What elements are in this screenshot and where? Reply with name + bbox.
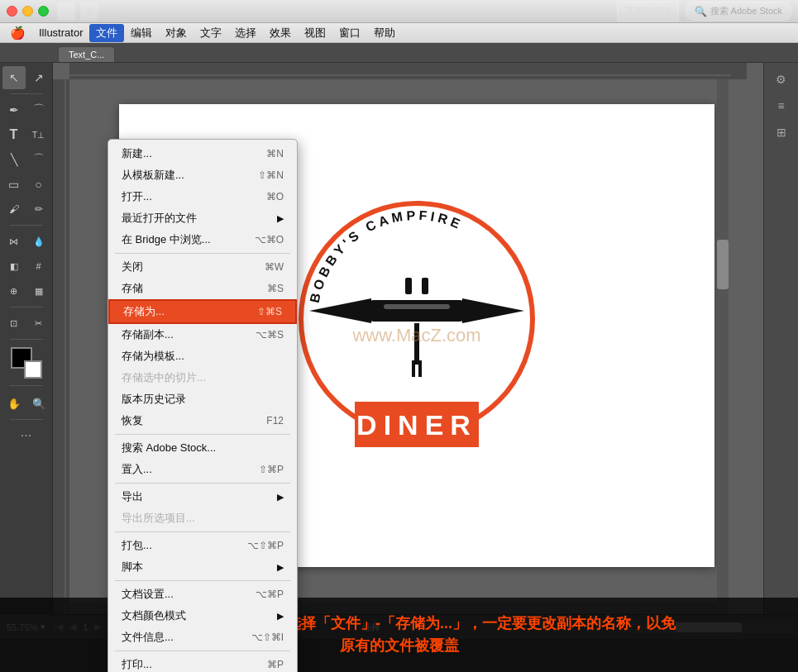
right-panel: ⚙ ≡ ⊞ bbox=[763, 63, 798, 614]
svg-rect-15 bbox=[418, 360, 422, 377]
menu-item-text[interactable]: 文字 bbox=[194, 24, 228, 42]
menu-scripts-arrow: ▶ bbox=[269, 562, 284, 573]
main-content: ↖ ↗ ✒ ⌒ T T⊥ ╲ ⌒ ▭ ○ 🖌 ✏ ⋈ 💧 ◧ bbox=[0, 63, 798, 614]
menu-close[interactable]: 关闭 ⌘W bbox=[108, 256, 297, 278]
curvature-tool[interactable]: ⌒ bbox=[27, 98, 50, 122]
menu-file-info[interactable]: 文件信息... ⌥⇧⌘I bbox=[108, 627, 297, 648]
minimize-button[interactable] bbox=[22, 6, 33, 17]
ruler-left bbox=[53, 79, 69, 614]
menu-new[interactable]: 新建... ⌘N bbox=[108, 143, 297, 164]
direct-select-tool[interactable]: ↗ bbox=[27, 66, 50, 89]
menu-doc-setup[interactable]: 文档设置... ⌥⌘P bbox=[108, 584, 297, 605]
close-button[interactable] bbox=[7, 6, 17, 17]
vertical-type-tool[interactable]: T⊥ bbox=[27, 123, 50, 146]
menu-item-select[interactable]: 选择 bbox=[228, 24, 263, 42]
more-tools-button[interactable]: ··· bbox=[15, 424, 38, 447]
mesh-tool[interactable]: # bbox=[27, 255, 50, 278]
color-selector[interactable] bbox=[11, 347, 42, 379]
menu-browse-bridge-label: 在 Bridge 中浏览... bbox=[122, 232, 211, 247]
menu-bar: 🍎 Illustrator 文件 编辑 对象 文字 选择 效果 视图 窗口 帮助 bbox=[0, 23, 798, 43]
left-toolbar: ↖ ↗ ✒ ⌒ T T⊥ ╲ ⌒ ▭ ○ 🖌 ✏ ⋈ 💧 ◧ bbox=[0, 63, 53, 614]
menu-color-mode-arrow: ▶ bbox=[269, 611, 284, 622]
svg-text:DINER: DINER bbox=[356, 409, 477, 441]
workspace-label: 基本功能 bbox=[624, 4, 664, 18]
menu-sep-6 bbox=[115, 651, 290, 651]
chart-tool[interactable]: ▦ bbox=[27, 279, 50, 303]
menu-open[interactable]: 打开... ⌘O bbox=[108, 186, 297, 207]
slice-tool[interactable]: ✂ bbox=[27, 312, 50, 335]
properties-button[interactable]: ⚙ bbox=[770, 68, 793, 91]
menu-doc-setup-shortcut: ⌥⌘P bbox=[256, 589, 284, 600]
fullscreen-button[interactable] bbox=[38, 6, 49, 17]
traffic-lights[interactable] bbox=[7, 6, 49, 17]
menu-save-slices: 存储选中的切片... bbox=[108, 367, 297, 388]
menu-item-help[interactable]: 帮助 bbox=[367, 24, 402, 42]
menu-scripts-label: 脚本 bbox=[122, 560, 143, 574]
menu-save-copy[interactable]: 存储副本... ⌥⌘S bbox=[108, 324, 297, 346]
gradient-tool[interactable]: ◧ bbox=[2, 255, 26, 278]
menu-version-history[interactable]: 版本历史记录 bbox=[108, 388, 297, 410]
menu-recent[interactable]: 最近打开的文件 ▶ bbox=[108, 207, 297, 229]
menu-place[interactable]: 置入... ⇧⌘P bbox=[108, 459, 297, 480]
svg-text:BOBBY'S CAMPFIRE: BOBBY'S CAMPFIRE bbox=[308, 208, 466, 304]
menu-save-template[interactable]: 存储为模板... bbox=[108, 346, 297, 367]
menu-export[interactable]: 导出 ▶ bbox=[108, 486, 297, 508]
eyedropper-tool[interactable]: 💧 bbox=[27, 230, 50, 253]
type-tool[interactable]: T bbox=[2, 123, 26, 146]
menu-package[interactable]: 打包... ⌥⇧⌘P bbox=[108, 535, 297, 556]
menu-save-shortcut: ⌘S bbox=[267, 283, 284, 294]
menu-color-mode[interactable]: 文档颜色模式 ▶ bbox=[108, 605, 297, 627]
menu-scripts[interactable]: 脚本 ▶ bbox=[108, 556, 297, 578]
svg-rect-13 bbox=[406, 315, 428, 322]
layers-button[interactable]: ≡ bbox=[770, 94, 793, 117]
menu-sep-1 bbox=[115, 253, 290, 254]
menu-item-view[interactable]: 视图 bbox=[298, 24, 332, 42]
menu-browse-bridge[interactable]: 在 Bridge 中浏览... ⌥⌘O bbox=[108, 229, 297, 250]
menu-color-mode-label: 文档颜色模式 bbox=[122, 608, 186, 623]
menu-search-stock[interactable]: 搜索 Adobe Stock... bbox=[108, 437, 297, 459]
artboard-tool[interactable]: ⊡ bbox=[2, 312, 26, 335]
stock-search-box[interactable]: 🔍 搜索 Adobe Stock bbox=[686, 2, 791, 21]
menu-save-template-label: 存储为模板... bbox=[122, 349, 184, 364]
menu-package-shortcut: ⌥⇧⌘P bbox=[247, 540, 284, 551]
background-color[interactable] bbox=[24, 360, 42, 379]
shape-builder-tool[interactable]: ⊕ bbox=[2, 279, 26, 303]
menu-revert[interactable]: 恢复 F12 bbox=[108, 410, 297, 431]
menu-browse-bridge-shortcut: ⌥⌘O bbox=[255, 234, 284, 245]
menu-place-label: 置入... bbox=[122, 462, 152, 477]
svg-rect-2 bbox=[53, 79, 69, 614]
menu-new-from-template[interactable]: 从模板新建... ⇧⌘N bbox=[108, 164, 297, 186]
menu-save[interactable]: 存储 ⌘S bbox=[108, 278, 297, 299]
pencil-tool[interactable]: ✏ bbox=[27, 198, 50, 221]
menu-item-object[interactable]: 对象 bbox=[159, 24, 194, 42]
menu-item-illustrator[interactable]: Illustrator bbox=[32, 25, 89, 41]
zoom-tool[interactable]: 🔍 bbox=[27, 392, 50, 415]
apple-menu[interactable]: 🍎 bbox=[3, 26, 32, 41]
paintbrush-tool[interactable]: 🖌 bbox=[2, 198, 26, 221]
menu-print[interactable]: 打印... ⌘P bbox=[108, 654, 297, 672]
menu-save-as[interactable]: 存储为... ⇧⌘S bbox=[108, 299, 297, 324]
menu-save-as-label: 存储为... bbox=[123, 304, 165, 319]
rect-tool[interactable]: ▭ bbox=[2, 173, 26, 196]
menu-item-window[interactable]: 窗口 bbox=[332, 24, 367, 42]
arc-tool[interactable]: ⌒ bbox=[27, 148, 50, 171]
scrollbar-vertical[interactable] bbox=[717, 79, 729, 614]
workspace-button[interactable]: 基本功能 ▾ bbox=[617, 1, 679, 21]
home-icon[interactable]: ⌂ bbox=[57, 2, 75, 21]
blend-tool[interactable]: ⋈ bbox=[2, 230, 26, 253]
scrollbar-vertical-thumb[interactable] bbox=[717, 240, 729, 289]
svg-rect-14 bbox=[412, 360, 415, 377]
arrange-icon[interactable]: ⊞ bbox=[80, 2, 98, 21]
menu-revert-label: 恢复 bbox=[122, 413, 143, 428]
select-tool[interactable]: ↖ bbox=[2, 66, 26, 89]
ellipse-tool[interactable]: ○ bbox=[27, 173, 50, 196]
pen-tool[interactable]: ✒ bbox=[2, 98, 26, 122]
active-tab[interactable]: Text_C... bbox=[58, 46, 115, 62]
menu-item-edit[interactable]: 编辑 bbox=[124, 24, 159, 42]
line-tool[interactable]: ╲ bbox=[2, 148, 26, 171]
hand-tool[interactable]: ✋ bbox=[2, 392, 26, 415]
menu-item-effect[interactable]: 效果 bbox=[263, 24, 298, 42]
menu-save-slices-label: 存储选中的切片... bbox=[122, 370, 206, 385]
libraries-button[interactable]: ⊞ bbox=[770, 121, 793, 144]
menu-item-file[interactable]: 文件 bbox=[89, 24, 124, 42]
